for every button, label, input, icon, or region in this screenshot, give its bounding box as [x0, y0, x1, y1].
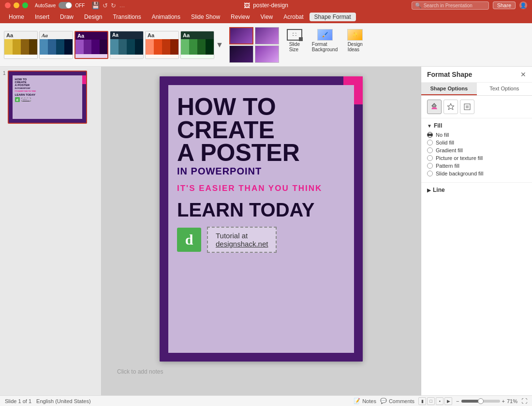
menu-review[interactable]: Review [226, 13, 254, 21]
ribbon: Aa Aa Aa [0, 23, 532, 67]
menu-insert[interactable]: Insert [30, 13, 54, 21]
window-controls: AutoSave OFF 💾 ↺ ↻ … [5, 1, 125, 9]
maximize-window-button[interactable] [22, 2, 28, 8]
notes-button[interactable]: 📝 Notes [354, 398, 376, 404]
minimize-window-button[interactable] [14, 2, 19, 8]
layout-variant-2[interactable] [255, 27, 279, 44]
menu-view[interactable]: View [255, 13, 278, 21]
fill-line-icon-button[interactable] [427, 100, 442, 114]
theme-presets-group: Aa Aa Aa [4, 31, 223, 59]
fill-section-header[interactable]: ▼ Fill [427, 122, 526, 129]
panel-icon-buttons [421, 96, 532, 118]
poster-cta: LEARN TODAY [177, 199, 345, 221]
ribbon-group-slide: ⛶ SlideSize 🖌️ FormatBackground ✨ Design… [225, 26, 370, 64]
pattern-fill-radio[interactable] [427, 163, 433, 169]
menu-transitions[interactable]: Transitions [108, 13, 146, 21]
fit-to-window-button[interactable]: ⛶ [521, 398, 527, 405]
design-ideas-button[interactable]: ✨ DesignIdeas [343, 27, 367, 63]
autosave-label: AutoSave [35, 3, 56, 8]
theme-preset-3[interactable]: Aa [74, 31, 108, 59]
picture-texture-fill-radio[interactable] [427, 155, 433, 161]
slide-size-label: SlideSize [289, 42, 300, 52]
menu-design[interactable]: Design [79, 13, 107, 21]
fill-label: Fill [434, 122, 442, 129]
solid-fill-label: Solid fill [436, 140, 454, 145]
slide-thumbnail[interactable]: HOW TOCREATEA POSTER IN POWERPOINT IT'S … [8, 71, 87, 124]
effects-icon-button[interactable] [443, 100, 458, 114]
slide-background-fill-radio[interactable] [427, 171, 433, 176]
slideshow-icon[interactable]: ▶ [444, 397, 452, 405]
slide-background-fill-option[interactable]: Slide background fill [427, 171, 526, 176]
layout-variant-4[interactable] [255, 45, 279, 63]
layout-variant-1[interactable] [229, 27, 253, 44]
size-properties-icon-button[interactable] [460, 100, 474, 114]
fill-section: ▼ Fill No fill Solid fill Gradient fill … [421, 118, 532, 182]
solid-fill-option[interactable]: Solid fill [427, 140, 526, 145]
comments-icon: 💬 [380, 398, 387, 404]
close-window-button[interactable] [5, 2, 11, 8]
solid-fill-radio[interactable] [427, 140, 433, 145]
gradient-fill-radio[interactable] [427, 147, 433, 153]
title-bar-right: 🔍 Search in Presentation Share 👤 [412, 1, 527, 10]
slide-background-fill-label: Slide background fill [436, 171, 483, 176]
menu-home[interactable]: Home [4, 13, 29, 21]
pattern-fill-option[interactable]: Pattern fill [427, 163, 526, 169]
slide-panel: 1 HOW TOCREATEA POSTER IN POWERPOINT IT'… [0, 67, 102, 395]
tab-text-options[interactable]: Text Options [477, 83, 532, 95]
theme-preset-6[interactable]: Aa [180, 31, 214, 59]
format-shape-panel: Format Shape ✕ Shape Options Text Option… [421, 67, 532, 395]
reading-view-icon[interactable]: ▪ [436, 397, 443, 405]
theme-preset-4[interactable]: Aa [110, 31, 144, 59]
theme-preset-2[interactable]: Aa [39, 31, 73, 59]
poster-logo: d [177, 228, 201, 252]
main-area: 1 HOW TOCREATEA POSTER IN POWERPOINT IT'… [0, 67, 532, 395]
menu-slideshow[interactable]: Slide Show [186, 13, 225, 21]
format-background-button[interactable]: 🖌️ FormatBackground [308, 27, 341, 63]
comments-label: Comments [389, 398, 414, 404]
design-ideas-label: DesignIdeas [348, 42, 363, 52]
menu-bar: Home Insert Draw Design Transitions Anim… [0, 11, 532, 23]
poster-subtitle: IN POWERPOINT [177, 166, 345, 177]
view-icons-group: ▮ □ ▪ ▶ [418, 397, 452, 405]
tab-shape-options[interactable]: Shape Options [421, 83, 477, 95]
format-panel-close-button[interactable]: ✕ [520, 71, 526, 78]
poster-tagline: IT'S EASIER THAN YOU THINK [177, 184, 345, 193]
share-button[interactable]: Share [493, 1, 516, 9]
theme-preset-5[interactable]: Aa [145, 31, 179, 59]
menu-shape-format[interactable]: Shape Format [310, 13, 356, 21]
line-arrow-icon: ▶ [427, 188, 431, 193]
slide-number: 1 [3, 71, 6, 76]
zoom-out-button[interactable]: − [456, 398, 459, 404]
poster-title: HOW TO CREATE A POSTER [177, 96, 345, 165]
window-title: poster-design [253, 2, 288, 9]
normal-view-icon[interactable]: ▮ [418, 397, 426, 405]
menu-draw[interactable]: Draw [55, 13, 78, 21]
search-placeholder: Search in Presentation [424, 3, 473, 8]
comments-button[interactable]: 💬 Comments [380, 398, 414, 404]
themes-scroll-button[interactable]: ▼ [216, 41, 223, 49]
no-fill-option[interactable]: No fill [427, 132, 526, 138]
tutorial-box[interactable]: Tutorial at designshack.net [207, 227, 277, 253]
window-title-area: 🖼 poster-design [244, 2, 288, 9]
no-fill-radio[interactable] [427, 132, 433, 138]
zoom-slider[interactable] [461, 400, 500, 403]
slide-sorter-icon[interactable]: □ [427, 397, 435, 405]
autosave-toggle[interactable] [59, 2, 72, 9]
slide-size-button[interactable]: ⛶ SlideSize [283, 27, 306, 63]
slide-canvas[interactable]: HOW TO CREATE A POSTER IN POWERPOINT IT'… [160, 76, 363, 362]
menu-animations[interactable]: Animations [147, 13, 185, 21]
canvas-area: HOW TO CREATE A POSTER IN POWERPOINT IT'… [102, 67, 421, 395]
status-right: 📝 Notes 💬 Comments ▮ □ ▪ ▶ − + 71% ⛶ [354, 397, 527, 405]
search-box[interactable]: 🔍 Search in Presentation [412, 1, 489, 10]
zoom-in-button[interactable]: + [502, 398, 505, 404]
format-panel-tabs: Shape Options Text Options [421, 83, 532, 96]
gradient-fill-option[interactable]: Gradient fill [427, 147, 526, 153]
user-avatar[interactable]: 👤 [519, 1, 527, 9]
click-to-add-notes[interactable]: Click to add notes [111, 365, 411, 378]
slide-info: Slide 1 of 1 [5, 398, 31, 404]
menu-acrobat[interactable]: Acrobat [279, 13, 308, 21]
layout-variant-3[interactable] [229, 45, 253, 63]
picture-texture-fill-option[interactable]: Picture or texture fill [427, 155, 526, 161]
theme-preset-1[interactable]: Aa [4, 31, 38, 59]
line-section-header[interactable]: ▶ Line [427, 187, 526, 193]
